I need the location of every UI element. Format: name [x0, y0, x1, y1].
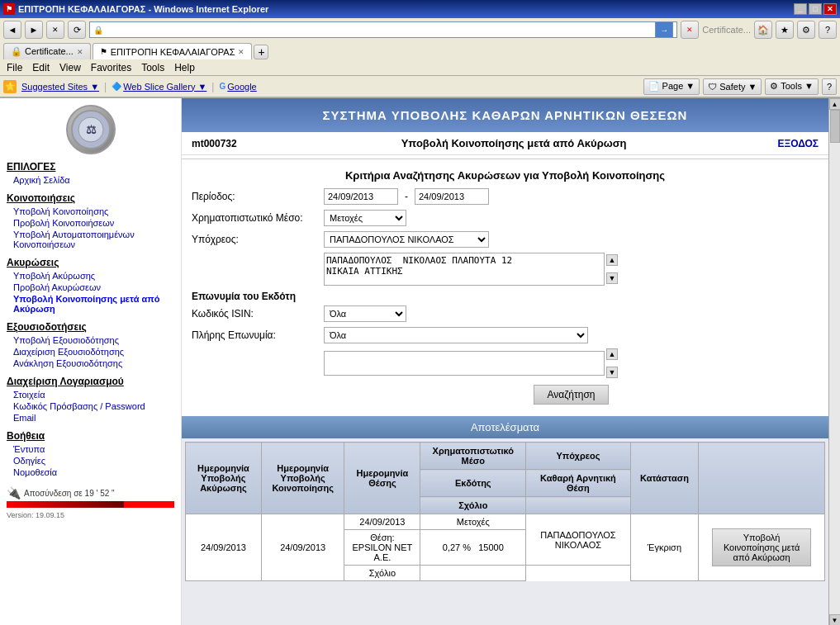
sidebar-link-view-notif[interactable]: Προβολή Κοινοποιήσεων: [7, 217, 174, 229]
tools-button[interactable]: ⚙ Tools ▼: [765, 78, 818, 95]
favorites-icon: ⭐: [3, 80, 17, 93]
liable-label: Υπόχρεος:: [192, 234, 324, 245]
sidebar-link-manage-auth[interactable]: Διαχείριση Εξουσιοδότησης: [7, 346, 174, 357]
sidebar-link-home[interactable]: Αρχική Σελίδα: [7, 174, 174, 186]
page-button[interactable]: 📄 Page ▼: [643, 78, 700, 95]
tab-main-close-icon[interactable]: ✕: [238, 48, 244, 56]
liable-select[interactable]: ΠΑΠΑΔΟΠΟΥΛΟΣ ΝΙΚΟΛΑΟΣ: [324, 231, 489, 248]
url-input[interactable]: https://ath.tls.gr/ssrs.hcmc.gr/?act=nca…: [106, 25, 655, 35]
sidebar-link-submit-cancel[interactable]: Υποβολή Ακύρωσης: [7, 270, 174, 282]
maximize-button[interactable]: □: [809, 3, 822, 15]
svg-text:⚖: ⚖: [85, 123, 96, 136]
forward-button[interactable]: ►: [25, 21, 43, 39]
go-button[interactable]: →: [655, 21, 673, 38]
sidebar-link-submit-notif-after-cancel[interactable]: Υποβολή Κοινοποίησης μετά από Ακύρωση: [7, 293, 174, 315]
full-name-row: Πλήρης Επωνυμία: Όλα: [192, 327, 819, 343]
full-name-select[interactable]: Όλα: [324, 327, 588, 343]
sidebar-section-epiloges: ΕΠΙΛΟΓΕΣ Αρχική Σελίδα: [7, 161, 174, 186]
window-controls[interactable]: _ □ ✕: [794, 3, 837, 15]
liable-row: Υπόχρεος: ΠΑΠΑΔΟΠΟΥΛΟΣ ΝΙΚΟΛΑΟΣ: [192, 231, 819, 248]
address-textarea[interactable]: [324, 253, 605, 286]
help-nav-button[interactable]: ?: [819, 21, 837, 39]
scrollbar[interactable]: ▲ ▼: [828, 98, 840, 625]
menu-tools[interactable]: Tools: [141, 62, 164, 73]
section-title-epiloges: ΕΠΙΛΟΓΕΣ: [7, 161, 174, 173]
section-title-koinopoiiseis: Κοινοποιήσεις: [7, 192, 174, 204]
close-button[interactable]: ✕: [823, 3, 837, 15]
issuer-value: EPSILON NET A.E.: [353, 542, 413, 562]
sidebar-section-akyroseis: Ακυρώσεις Υποβολή Ακύρωσης Προβολή Ακυρώ…: [7, 257, 174, 315]
web-slice-gallery-link[interactable]: Web Slice Gallery ▼: [123, 82, 206, 92]
menu-help[interactable]: Help: [174, 62, 195, 73]
menu-favorites[interactable]: Favorites: [91, 62, 131, 73]
scroll-up-icon[interactable]: ▲: [829, 98, 841, 110]
financial-medium-select[interactable]: Μετοχές Ομόλογα Όλα: [324, 210, 406, 226]
address-bar[interactable]: 🔒 https://ath.tls.gr/ssrs.hcmc.gr/?act=n…: [89, 21, 677, 38]
th-pos-date: Ημερομηνία Θέσης: [344, 443, 420, 514]
extra-text-field: [324, 351, 605, 376]
extra-text-row: ▲ ▼: [192, 348, 819, 378]
window-title: ΕΠΙΤΡΟΠΗ ΚΕΦΑΛΑΙΑΓΟΡΑΣ - Windows Interne…: [18, 4, 268, 14]
menu-edit[interactable]: Edit: [32, 62, 50, 73]
tab-certificate[interactable]: 🔒 Certificate... ✕: [3, 43, 91, 59]
isin-row: Κωδικός ISIN: Όλα: [192, 305, 819, 322]
minimize-button[interactable]: _: [794, 3, 807, 15]
sidebar-link-forms[interactable]: Έντυπα: [7, 443, 174, 455]
results-table: Ημερομηνία Υποβολής Ακύρωσης Ημερομηνία …: [185, 442, 825, 581]
search-button[interactable]: Αναζήτηση: [534, 385, 610, 405]
tab-main[interactable]: ⚑ ΕΠΙΤΡΟΠΗ ΚΕΦΑΛΑΙΑΓΟΡΑΣ ✕: [93, 43, 253, 59]
menu-file[interactable]: File: [7, 62, 22, 73]
extra-scroll-down-btn[interactable]: ▼: [606, 367, 618, 378]
sidebar-link-submit-auth[interactable]: Υποβολή Εξουσιοδότησης: [7, 334, 174, 346]
th-liable: Υπόχρεος: [526, 443, 630, 470]
sidebar-link-revoke-auth[interactable]: Ανάκληση Εξουσιοδότησης: [7, 357, 174, 369]
sidebar-link-auto-notif[interactable]: Υποβολή Αυτοματοποιημένων Κοινοποιήσεων: [7, 229, 174, 250]
date-from-input[interactable]: [324, 188, 398, 205]
scroll-thumb[interactable]: [830, 110, 840, 143]
help-button[interactable]: ?: [822, 78, 837, 95]
sidebar-link-password[interactable]: Κωδικός Πρόσβασης / Password: [7, 400, 174, 412]
google-link-container[interactable]: G Google: [219, 82, 256, 92]
sidebar-section-koinopoiiseis: Κοινοποιήσεις Υποβολή Κοινοποίησης Προβο…: [7, 192, 174, 250]
suggested-sites-link[interactable]: Suggested Sites ▼: [21, 82, 99, 92]
refresh-button[interactable]: ⟳: [68, 21, 86, 39]
results-table-wrapper: Ημερομηνία Υποβολής Ακύρωσης Ημερομηνία …: [182, 438, 828, 585]
scroll-up-btn[interactable]: ▲: [606, 254, 618, 266]
period-row: Περίοδος: -: [192, 188, 819, 205]
safety-button[interactable]: 🛡 Safety ▼: [703, 78, 762, 95]
stop-tab-button[interactable]: ✕: [681, 21, 699, 39]
date-to-input[interactable]: [415, 188, 489, 205]
sidebar-link-email[interactable]: Email: [7, 412, 174, 424]
tools-nav-button[interactable]: ⚙: [797, 21, 815, 39]
extra-scroll-up-btn[interactable]: ▲: [606, 348, 618, 360]
th-financial-medium: Χρηματοπιστωτικό Μέσο: [420, 443, 526, 470]
th-net-neg: Καθαρή Αρνητική Θέση: [526, 470, 630, 497]
search-btn-row: Αναζήτηση: [192, 385, 819, 405]
logo-icon: ⚖: [66, 105, 116, 154]
scroll-down-btn[interactable]: ▼: [606, 272, 618, 284]
td-financial-medium: Μετοχές: [420, 514, 526, 530]
stop-button[interactable]: ✕: [46, 21, 64, 39]
exit-link[interactable]: ΕΞΟΔΟΣ: [777, 138, 819, 149]
tab-close-icon[interactable]: ✕: [77, 48, 83, 56]
action-button[interactable]: Υποβολή Κοινοποίησης μετά από Ακύρωση: [712, 528, 811, 566]
liable-field: ΠΑΠΑΔΟΠΟΥΛΟΣ ΝΙΚΟΛΑΟΣ: [324, 231, 489, 248]
menu-view[interactable]: View: [59, 62, 81, 73]
web-slice-gallery-container[interactable]: 🔷 Web Slice Gallery ▼: [112, 82, 206, 92]
favorites-button[interactable]: ★: [776, 21, 794, 39]
isin-select[interactable]: Όλα: [324, 305, 406, 322]
back-button[interactable]: ◄: [3, 21, 21, 39]
tab-label: 🔒 Certificate...: [11, 46, 74, 57]
sidebar-link-guides[interactable]: Οδηγίες: [7, 455, 174, 466]
sidebar-link-submit-notif[interactable]: Υποβολή Κοινοποίησης: [7, 206, 174, 217]
home-button[interactable]: 🏠: [754, 21, 772, 39]
scroll-down-icon[interactable]: ▼: [829, 614, 841, 625]
td-issuer: Θέση: EPSILON NET A.E.: [344, 530, 420, 566]
sidebar-link-details[interactable]: Στοιχεία: [7, 389, 174, 400]
sidebar-link-legislation[interactable]: Νομοθεσία: [7, 466, 174, 478]
td-liable: ΠΑΠΑΔΟΠΟΥΛΟΣ ΝΙΚΟΛΑΟΣ: [526, 514, 630, 566]
google-link[interactable]: Google: [227, 82, 256, 92]
sidebar-link-view-cancel[interactable]: Προβολή Ακυρώσεων: [7, 282, 174, 293]
new-tab-button[interactable]: +: [254, 45, 268, 59]
extra-textarea[interactable]: [324, 351, 605, 376]
